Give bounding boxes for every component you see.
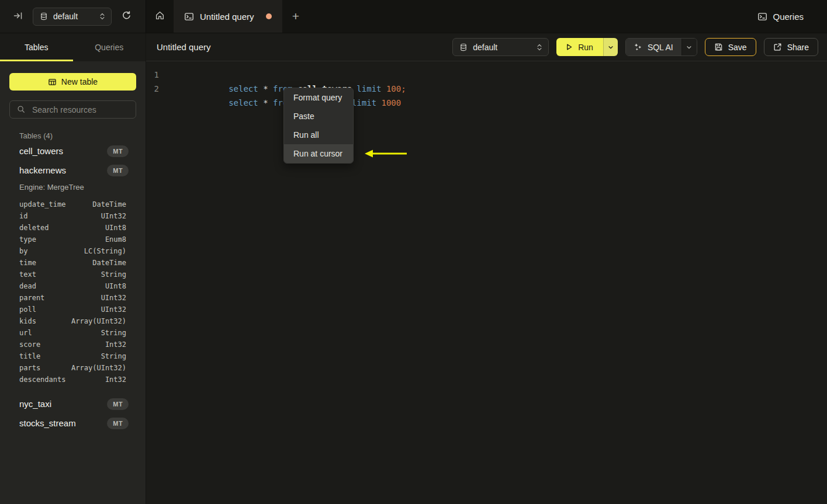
sql-ai-button[interactable]: SQL AI (626, 39, 681, 55)
sidebar-tabs: Tables Queries (0, 33, 146, 61)
refresh-button[interactable] (119, 8, 134, 25)
run-options-button[interactable] (603, 38, 618, 56)
table-column-row: poll UInt32 (9, 304, 136, 315)
column-type: Enum8 (105, 234, 126, 245)
refresh-icon (122, 11, 132, 22)
collapse-sidebar-button[interactable] (11, 9, 25, 25)
search-icon (17, 105, 25, 113)
column-type: UInt32 (101, 292, 126, 304)
column-type: String (101, 327, 126, 339)
column-name: kids (19, 315, 36, 327)
spacer (9, 389, 136, 394)
editor-pane: Untitled query default Run (146, 33, 827, 504)
table-column-row: by LC(String) (9, 245, 136, 257)
terminal-icon (757, 12, 767, 22)
tables-section-header: Tables (4) (19, 131, 136, 140)
engine-badge: MT (107, 418, 129, 429)
table-column-row: parts Array(UInt32) (9, 362, 136, 374)
column-name: by (19, 245, 27, 257)
run-button-group: Run (556, 38, 618, 56)
engine-badge: MT (107, 165, 129, 176)
run-button[interactable]: Run (556, 38, 603, 56)
sidebar-item-cell-towers[interactable]: cell_towers MT (9, 141, 136, 161)
table-engine-info: Engine: MergeTree (9, 180, 136, 194)
column-name: parent (19, 292, 44, 304)
play-icon (565, 43, 573, 51)
share-button-label: Share (787, 43, 809, 52)
column-type: LC(String) (84, 245, 126, 257)
editor-header: Untitled query default Run (146, 33, 827, 61)
column-type: String (101, 350, 126, 362)
terminal-icon (184, 12, 194, 22)
table-column-row: url String (9, 327, 136, 339)
queries-button[interactable]: Queries (757, 12, 804, 22)
engine-badge: MT (107, 145, 129, 157)
context-menu-item[interactable]: Format query (284, 88, 353, 107)
column-name: url (19, 327, 32, 339)
column-name: parts (19, 362, 40, 374)
sidebar-tab-tables[interactable]: Tables (0, 33, 73, 61)
chevron-down-icon (608, 44, 614, 50)
query-title: Untitled query (157, 42, 211, 52)
sql-ai-options-button[interactable] (681, 39, 697, 55)
column-type: UInt32 (101, 304, 126, 315)
engine-badge: MT (107, 398, 129, 410)
column-type: Array(UInt32) (71, 362, 126, 374)
context-menu-item[interactable]: Run all (284, 126, 353, 144)
queries-button-label: Queries (773, 12, 804, 22)
sparkles-icon (634, 43, 642, 51)
chevron-down-icon (686, 44, 692, 50)
save-icon (714, 43, 723, 51)
home-button[interactable] (146, 0, 174, 33)
tab-label: Untitled query (200, 12, 254, 22)
database-selector-toolbar[interactable]: default (452, 38, 549, 56)
table-grid-icon (48, 78, 57, 86)
sql-editor[interactable]: 1 select * from cell_towers limit 100; 2… (146, 61, 827, 504)
search-input[interactable] (9, 100, 136, 119)
column-type: Int32 (105, 339, 126, 350)
database-icon (40, 12, 48, 20)
column-type: String (101, 269, 126, 280)
new-tab-button[interactable]: + (282, 0, 309, 33)
sidebar-item-hackernews[interactable]: hackernews MT (9, 161, 136, 180)
column-name: time (19, 257, 36, 269)
home-icon (155, 11, 165, 22)
chevron-updown-icon (99, 12, 105, 20)
sidebar-tab-queries[interactable]: Queries (73, 33, 146, 61)
table-column-row: kids Array(UInt32) (9, 315, 136, 327)
tab-untitled-query[interactable]: Untitled query (174, 0, 282, 33)
line-number: 1 (146, 68, 159, 82)
table-column-row: update_time DateTime (9, 199, 136, 210)
column-type: DateTime (92, 257, 126, 269)
line-number: 2 (146, 82, 159, 96)
column-name: id (19, 210, 27, 222)
sidebar: Tables Queries New table Tables (4) cell… (0, 33, 146, 504)
column-type: UInt8 (105, 222, 126, 234)
sql-ai-label: SQL AI (648, 43, 673, 52)
editor-context-menu: Format query Paste Run all Run at cursor (283, 88, 354, 164)
search-box (9, 100, 136, 119)
chevron-updown-icon (537, 43, 542, 51)
column-type: DateTime (92, 199, 126, 210)
context-menu-item[interactable]: Paste (284, 107, 353, 126)
sql-ai-button-group: SQL AI (625, 38, 697, 56)
collapse-sidebar-icon (13, 11, 23, 22)
table-columns-list: update_time DateTime id UInt32 deleted U… (9, 199, 136, 385)
share-button[interactable]: Share (764, 38, 818, 56)
table-column-row: descendants Int32 (9, 374, 136, 385)
save-button[interactable]: Save (705, 38, 756, 56)
sql-console-app: default Untitled query (0, 0, 827, 504)
context-menu-item[interactable]: Run at cursor (284, 144, 353, 163)
database-selector-value: default (473, 43, 531, 52)
database-icon (459, 43, 468, 51)
database-selector-top[interactable]: default (33, 8, 112, 26)
code-token: 1000 (382, 98, 402, 107)
column-type: Int32 (105, 374, 126, 385)
database-selector-value: default (53, 12, 94, 21)
sidebar-item-stocks-stream[interactable]: stocks_stream MT (9, 413, 136, 433)
code-line-1: 1 select * from cell_towers limit 100; (146, 68, 827, 82)
table-name: stocks_stream (19, 418, 76, 428)
sidebar-item-nyc-taxi[interactable]: nyc_taxi MT (9, 394, 136, 413)
top-bar-right: Queries (757, 0, 827, 33)
new-table-button[interactable]: New table (9, 73, 136, 91)
